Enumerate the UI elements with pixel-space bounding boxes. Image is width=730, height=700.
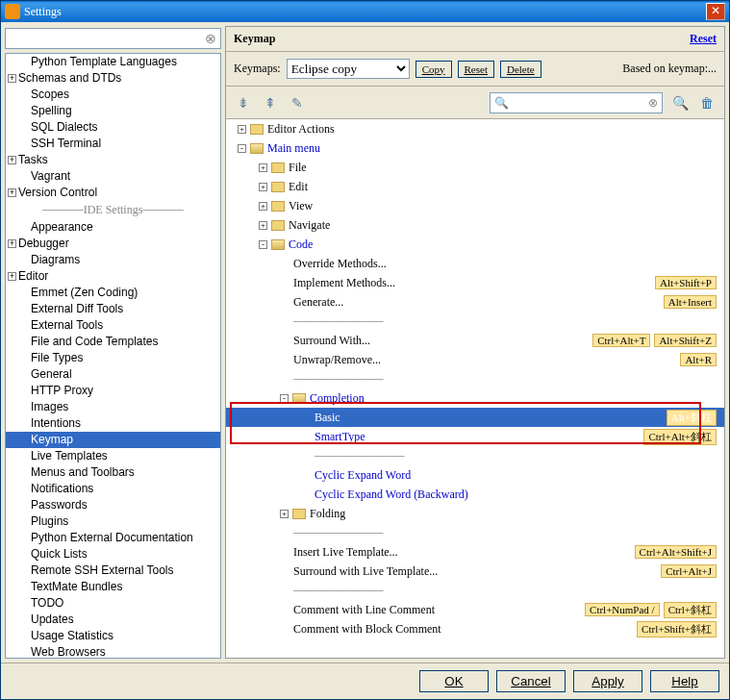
keymap-tree-row[interactable]: -Completion — [226, 388, 724, 408]
settings-tree-item[interactable]: Emmet (Zen Coding) — [6, 285, 220, 301]
row-label: ─────────── — [293, 314, 384, 329]
row-label: ─────────── — [293, 372, 384, 387]
settings-tree-item[interactable]: SQL Dialects — [6, 119, 220, 136]
folder-icon — [292, 509, 306, 519]
keymap-tree[interactable]: +Editor Actions-Main menu+File+Edit+View… — [226, 119, 724, 658]
settings-tree-item[interactable]: Keymap — [6, 432, 220, 448]
shortcut-badge: Alt+R — [680, 353, 717, 366]
keymap-tree-row[interactable]: Implement Methods...Alt+Shift+P — [226, 273, 724, 292]
settings-tree-item[interactable]: Live Templates — [6, 448, 220, 464]
settings-tree-item[interactable]: File and Code Templates — [6, 334, 220, 350]
settings-tree-item[interactable]: Menus and Toolbars — [6, 464, 220, 481]
shortcut-badge: Ctrl+Shift+斜杠 — [637, 621, 717, 638]
apply-button[interactable]: Apply — [573, 670, 642, 692]
settings-tree-item[interactable]: Scopes — [6, 87, 220, 103]
keymap-tree-row[interactable]: Cyclic Expand Word (Backward) — [226, 485, 724, 504]
cancel-button[interactable]: Cancel — [496, 670, 566, 692]
keymap-tree-row[interactable]: +Editor Actions — [226, 119, 724, 138]
folder-icon — [271, 182, 285, 192]
keymap-tree-row[interactable]: +Edit — [226, 177, 724, 196]
right-panel: Keymap Reset Keymaps: Eclipse copy Copy … — [225, 26, 725, 659]
settings-tree-item[interactable]: Spelling — [6, 103, 220, 119]
settings-tree-item[interactable]: Python External Documentation — [6, 530, 220, 546]
keymap-tree-row[interactable]: Override Methods... — [226, 254, 724, 273]
settings-tree-item[interactable]: External Tools — [6, 317, 220, 334]
settings-tree-item[interactable]: +Debugger — [6, 236, 220, 252]
settings-tree-item[interactable]: Images — [6, 399, 220, 415]
settings-tree[interactable]: Python Template Languages+Schemas and DT… — [5, 53, 221, 659]
row-label: Surround with Live Template... — [293, 564, 438, 579]
keymap-tree-row[interactable]: BasicAlt+斜杠 — [226, 408, 724, 427]
reset-link[interactable]: Reset — [690, 32, 717, 46]
settings-tree-item[interactable]: Remote SSH External Tools — [6, 562, 220, 579]
collapse-icon[interactable]: ⇞ — [261, 93, 280, 112]
keymap-tree-row[interactable]: Generate...Alt+Insert — [226, 292, 724, 312]
settings-tree-item[interactable]: Plugins — [6, 513, 220, 530]
reset-button[interactable]: Reset — [458, 61, 494, 78]
settings-tree-item[interactable]: Intentions — [6, 415, 220, 432]
clear-icon[interactable]: ⊗ — [205, 31, 216, 46]
keymap-tree-row[interactable]: +Navigate — [226, 215, 724, 235]
keymap-tree-row[interactable]: ─────────── — [226, 369, 724, 388]
settings-tree-item[interactable]: General — [6, 366, 220, 383]
row-label: File — [289, 161, 307, 175]
row-label: Completion — [310, 391, 365, 406]
settings-tree-item[interactable]: Web Browsers — [6, 644, 220, 659]
edit-icon[interactable]: ✎ — [288, 93, 307, 112]
settings-tree-item[interactable]: Python Template Languages — [6, 54, 220, 70]
find-by-shortcut-icon[interactable]: 🔍 — [670, 93, 690, 112]
keymap-select[interactable]: Eclipse copy — [287, 59, 410, 79]
keymap-tree-row[interactable]: SmartTypeCtrl+Alt+斜杠 — [226, 427, 724, 446]
keymap-tree-row[interactable]: Surround With...Ctrl+Alt+TAlt+Shift+Z — [226, 331, 724, 350]
settings-tree-item[interactable]: File Types — [6, 350, 220, 366]
keymaps-label: Keymaps: — [234, 62, 281, 76]
settings-search-input[interactable]: ⊗ — [5, 28, 221, 49]
settings-tree-item[interactable]: SSH Terminal — [6, 136, 220, 152]
settings-tree-item[interactable]: Updates — [6, 612, 220, 628]
settings-tree-item[interactable]: +Tasks — [6, 152, 220, 168]
keymap-tree-row[interactable]: ─────────── — [226, 523, 724, 542]
trash-icon[interactable]: 🗑 — [697, 93, 717, 112]
shortcut-badge: Alt+斜杠 — [667, 410, 717, 426]
row-label: Folding — [310, 507, 345, 521]
settings-tree-item[interactable]: +Schemas and DTDs — [6, 70, 220, 87]
shortcut-badge: Ctrl+Alt+Shift+J — [635, 545, 717, 559]
keymap-tree-row[interactable]: ─────────── — [226, 312, 724, 331]
keymap-tree-row[interactable]: Comment with Line CommentCtrl+NumPad /Ct… — [226, 600, 724, 619]
based-on-text: Based on keymap:... — [622, 62, 717, 76]
keymap-tree-row[interactable]: +Folding — [226, 504, 724, 523]
copy-button[interactable]: Copy — [415, 61, 452, 78]
settings-tree-item[interactable]: Usage Statistics — [6, 628, 220, 644]
keymap-tree-row[interactable]: +File — [226, 158, 724, 177]
settings-tree-item[interactable]: TODO — [6, 595, 220, 612]
delete-button[interactable]: Delete — [500, 61, 541, 78]
action-search-input[interactable]: 🔍 ⊗ — [490, 92, 663, 113]
keymap-tree-row[interactable]: Surround with Live Template...Ctrl+Alt+J — [226, 562, 724, 581]
keymap-tree-row[interactable]: +View — [226, 196, 724, 215]
settings-tree-item[interactable]: Notifications — [6, 481, 220, 497]
keymap-tree-row[interactable]: ─────────── — [226, 446, 724, 465]
keymap-tree-row[interactable]: ─────────── — [226, 581, 724, 600]
keymap-tree-row[interactable]: -Main menu — [226, 138, 724, 158]
settings-tree-item[interactable]: External Diff Tools — [6, 301, 220, 317]
settings-tree-item[interactable]: Passwords — [6, 497, 220, 513]
keymap-tree-row[interactable]: -Code — [226, 235, 724, 254]
settings-tree-item[interactable]: +Version Control — [6, 185, 220, 201]
close-button[interactable]: ✕ — [706, 3, 725, 20]
settings-tree-item[interactable]: Appearance — [6, 219, 220, 236]
folder-icon — [271, 239, 285, 250]
keymap-tree-row[interactable]: Cyclic Expand Word — [226, 465, 724, 485]
keymap-tree-row[interactable]: Insert Live Template...Ctrl+Alt+Shift+J — [226, 542, 724, 562]
settings-tree-item[interactable]: Diagrams — [6, 252, 220, 268]
keymap-tree-row[interactable]: Unwrap/Remove...Alt+R — [226, 350, 724, 369]
expand-icon[interactable]: ⇟ — [234, 93, 253, 112]
settings-tree-item[interactable]: Vagrant — [6, 168, 220, 185]
ok-button[interactable]: OK — [419, 670, 489, 692]
clear-icon[interactable]: ⊗ — [648, 96, 658, 110]
help-button[interactable]: Help — [650, 670, 719, 692]
settings-tree-item[interactable]: Quick Lists — [6, 546, 220, 562]
settings-tree-item[interactable]: TextMate Bundles — [6, 579, 220, 595]
settings-tree-item[interactable]: +Editor — [6, 268, 220, 285]
keymap-tree-row[interactable]: Comment with Block CommentCtrl+Shift+斜杠 — [226, 619, 724, 638]
settings-tree-item[interactable]: HTTP Proxy — [6, 383, 220, 399]
